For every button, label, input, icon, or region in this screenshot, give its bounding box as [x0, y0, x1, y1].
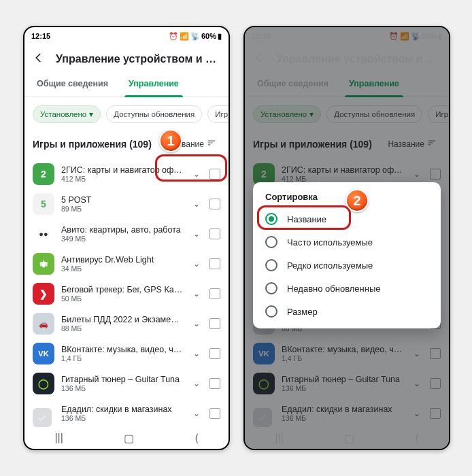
highlight-sort-button — [155, 154, 227, 182]
checkbox[interactable] — [209, 408, 220, 419]
app-info: Билеты ПДД 2022 и Экзамен ПДД88 МБ — [61, 315, 184, 333]
app-info: Авито: квартиры, авто, работа349 МБ — [61, 225, 184, 243]
app-icon: ●● — [33, 223, 54, 245]
dropdown-icon: ▾ — [89, 109, 93, 119]
app-info: Антивирус Dr.Web Light34 МБ — [61, 255, 184, 273]
chip-updates[interactable]: Доступны обновления — [106, 105, 202, 123]
chip-installed[interactable]: Установлено ▾ — [33, 105, 101, 123]
app-name: Билеты ПДД 2022 и Экзамен ПДД — [61, 315, 184, 324]
sort-icon — [207, 138, 216, 150]
app-info: Гитарный тюнер – Guitar Tuna136 МБ — [61, 375, 184, 392]
chevron-down-icon[interactable]: ⌄ — [190, 379, 203, 388]
tabs: Общие сведения Управление — [24, 72, 229, 97]
checkbox[interactable] — [209, 199, 220, 209]
app-list: 22ГИС: карты и навигатор офлайн412 МБ⌄55… — [24, 159, 229, 428]
phone-screenshot-left: 12:15 ⏰ 📶 📡 60% ▮ Управление устройством… — [23, 26, 230, 450]
checkbox[interactable] — [209, 318, 220, 329]
checkbox[interactable] — [209, 288, 220, 299]
radio-icon — [265, 236, 277, 248]
app-size: 50 МБ — [61, 294, 184, 303]
chevron-down-icon[interactable]: ⌄ — [190, 199, 203, 209]
chevron-down-icon[interactable]: ⌄ — [190, 409, 203, 418]
app-row[interactable]: ●●Авито: квартиры, авто, работа349 МБ⌄ — [24, 219, 229, 249]
app-size: 136 МБ — [61, 414, 184, 422]
chevron-down-icon[interactable]: ⌄ — [190, 289, 203, 299]
chevron-down-icon[interactable]: ⌄ — [190, 349, 203, 358]
select-all-button[interactable] — [33, 408, 52, 427]
alarm-icon: ⏰ — [169, 32, 178, 41]
chevron-down-icon[interactable]: ⌄ — [190, 259, 203, 269]
app-name: ВКонтакте: музыка, видео, чаты — [61, 345, 184, 354]
recents-icon[interactable]: ||| — [54, 432, 63, 444]
clock: 12:15 — [31, 32, 50, 40]
app-name: Авито: квартиры, авто, работа — [61, 225, 184, 235]
signal-icon: 📡 — [190, 32, 200, 41]
battery-icon: ▮ — [218, 32, 222, 41]
checkbox[interactable] — [209, 378, 220, 389]
app-name: Антивирус Dr.Web Light — [61, 255, 184, 265]
app-icon: VK — [33, 343, 54, 364]
app-icon: 5 — [33, 193, 54, 215]
app-info: ВКонтакте: музыка, видео, чаты1,4 ГБ — [61, 345, 184, 362]
app-row[interactable]: VKВКонтакте: музыка, видео, чаты1,4 ГБ⌄ — [24, 339, 229, 369]
section-title: Игры и приложения (109) — [33, 139, 152, 150]
sort-option-size[interactable]: Размер — [258, 300, 435, 323]
app-icon: ❯ — [33, 283, 54, 305]
chevron-down-icon[interactable]: ⌄ — [190, 229, 203, 239]
app-row[interactable]: 🚗Билеты ПДД 2022 и Экзамен ПДД88 МБ⌄ — [24, 309, 229, 339]
page-title: Управление устройством и прилож… — [56, 53, 220, 65]
chevron-down-icon[interactable]: ⌄ — [190, 319, 203, 328]
chip-games[interactable]: Игр — [207, 105, 229, 123]
app-row[interactable]: ❯Беговой трекер: Бег, GPS Карта,…50 МБ⌄ — [24, 279, 229, 309]
battery-text: 60% — [201, 32, 216, 40]
sort-option-rare[interactable]: Редко используемые — [258, 254, 435, 277]
checkbox[interactable] — [209, 348, 220, 359]
app-icon: 🚗 — [33, 313, 54, 335]
app-size: 88 МБ — [61, 324, 184, 333]
app-info: Беговой трекер: Бег, GPS Карта,…50 МБ — [61, 285, 184, 303]
filter-chips: Установлено ▾ Доступны обновления Игр — [24, 97, 229, 130]
app-header: Управление устройством и прилож… — [24, 45, 229, 72]
app-size: 34 МБ — [61, 265, 184, 273]
app-name: 5 POST — [61, 195, 184, 205]
app-icon: ◯ — [33, 373, 54, 394]
app-size: 349 МБ — [61, 235, 184, 243]
app-row[interactable]: 🕷Антивирус Dr.Web Light34 МБ⌄ — [24, 249, 229, 279]
app-row[interactable]: ◯Гитарный тюнер – Guitar Tuna136 МБ⌄ — [24, 369, 229, 398]
tab-overview[interactable]: Общие сведения — [33, 72, 112, 97]
app-size: 136 МБ — [61, 384, 184, 392]
app-size: 1,4 ГБ — [61, 354, 184, 362]
home-icon[interactable]: ▢ — [124, 432, 134, 445]
app-size: 89 МБ — [61, 205, 184, 213]
app-row[interactable]: 55 POST89 МБ⌄ — [24, 189, 229, 219]
callout-badge-1: 1 — [159, 129, 182, 152]
app-icon: 🕷 — [33, 253, 54, 275]
checkbox[interactable] — [209, 258, 220, 269]
sort-option-updated[interactable]: Недавно обновленные — [258, 277, 435, 300]
tab-manage[interactable]: Управление — [124, 72, 183, 97]
radio-icon — [265, 305, 277, 318]
app-name: Гитарный тюнер – Guitar Tuna — [61, 375, 184, 384]
app-name: Едадил: скидки в магазинах — [61, 405, 184, 414]
phone-screenshot-right: 12:15 ⏰ 📶 📡 60% ▮ Управление устройством… — [243, 26, 450, 450]
radio-icon — [265, 259, 277, 271]
radio-icon — [265, 282, 277, 294]
app-info: Едадил: скидки в магазинах136 МБ — [61, 405, 184, 422]
app-row[interactable]: 🐸Едадил: скидки в магазинах136 МБ⌄ — [24, 398, 229, 428]
app-info: 5 POST89 МБ — [61, 195, 184, 213]
app-name: Беговой трекер: Бег, GPS Карта,… — [61, 285, 184, 294]
app-icon: 2 — [33, 163, 54, 185]
callout-badge-2: 2 — [345, 189, 369, 212]
back-icon[interactable] — [33, 52, 45, 67]
sort-option-frequent[interactable]: Часто используемые — [258, 231, 435, 254]
back-nav-icon[interactable]: ⟨ — [195, 432, 199, 445]
nav-bar: ||| ▢ ⟨ — [24, 430, 229, 446]
wifi-icon: 📶 — [180, 32, 189, 41]
status-icons: ⏰ 📶 📡 60% ▮ — [169, 32, 222, 41]
checkbox[interactable] — [209, 228, 220, 239]
status-bar: 12:15 ⏰ 📶 📡 60% ▮ — [24, 27, 229, 45]
highlight-sort-option — [257, 205, 351, 230]
